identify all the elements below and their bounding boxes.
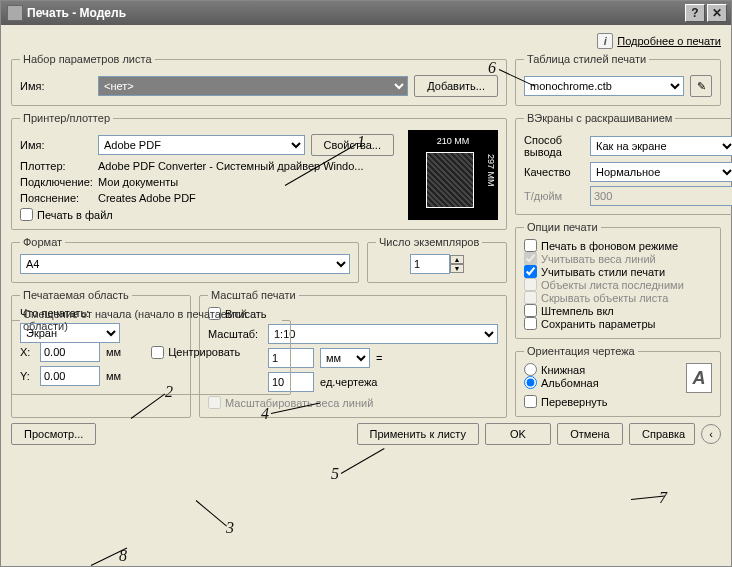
page-set-legend: Набор параметров листа: [20, 53, 155, 65]
help-footer-button[interactable]: Справка: [629, 423, 695, 445]
offset-y-label: Y:: [20, 370, 34, 382]
quality-select[interactable]: Нормальное: [590, 162, 732, 182]
offset-x-unit: мм: [106, 346, 121, 358]
plot-styles-group: Таблица стилей печати monochrome.ctb ✎: [515, 53, 721, 106]
annotation-5: 5: [331, 465, 339, 483]
unit-select[interactable]: мм: [320, 348, 370, 368]
preview-button[interactable]: Просмотр...: [11, 423, 96, 445]
opt-save-label: Сохранить параметры: [541, 318, 655, 330]
copies-down[interactable]: ▼: [450, 264, 464, 273]
window-title: Печать - Модель: [27, 6, 126, 20]
offset-y-unit: мм: [106, 370, 121, 382]
print-to-file-label: Печать в файл: [37, 209, 113, 221]
print-dialog: Печать - Модель ? ✕ i Подробнее о печати…: [0, 0, 732, 567]
drawing-unit-label: ед.чертежа: [320, 376, 390, 388]
shade-mode-label: Способ вывода: [524, 134, 584, 158]
paper-group: Формат A4: [11, 236, 359, 283]
opt-hide-label: Скрывать объекты листа: [541, 292, 668, 304]
offset-group: Смещение от начала (начало в печатаемой …: [11, 308, 291, 395]
equals-label: =: [376, 352, 382, 364]
portrait-radio[interactable]: [524, 363, 537, 376]
center-checkbox[interactable]: [151, 346, 164, 359]
offset-x-label: X:: [20, 346, 34, 358]
shaded-viewport-group: ВЭкраны с раскрашиванием Способ вывода К…: [515, 112, 732, 215]
preview-height-label: 297 MM: [486, 154, 496, 187]
pencil-icon: ✎: [697, 80, 706, 93]
orientation-group: Ориентация чертежа Книжная Альбомная Пер…: [515, 345, 721, 417]
plot-styles-legend: Таблица стилей печати: [524, 53, 649, 65]
dpi-label: Т/дюйм: [524, 190, 584, 202]
printer-name-label: Имя:: [20, 139, 92, 151]
more-about-print-link[interactable]: Подробнее о печати: [617, 35, 721, 47]
close-button[interactable]: ✕: [707, 4, 727, 22]
ok-button[interactable]: OK: [485, 423, 551, 445]
offset-x-input[interactable]: [40, 342, 100, 362]
annotation-3: 3: [226, 519, 234, 537]
titlebar: Печать - Модель ? ✕: [1, 1, 731, 25]
paper-legend: Формат: [20, 236, 65, 248]
offset-legend: Смещение от начала (начало в печатаемой …: [20, 308, 282, 332]
help-button[interactable]: ?: [685, 4, 705, 22]
opt-last-label: Объекты листа последними: [541, 279, 684, 291]
opt-styles-label: Учитывать стили печати: [541, 266, 665, 278]
page-set-group: Набор параметров листа Имя: <нет> Добави…: [11, 53, 507, 106]
opt-stamp-label: Штемпель вкл: [541, 305, 614, 317]
chevron-left-icon: ‹: [709, 428, 713, 440]
plotter-value: Adobe PDF Converter - Системный драйвер …: [98, 160, 364, 172]
orientation-legend: Ориентация чертежа: [524, 345, 638, 357]
dpi-input: [590, 186, 732, 206]
page-set-name-label: Имя:: [20, 80, 92, 92]
cancel-button[interactable]: Отмена: [557, 423, 623, 445]
plotter-label: Плоттер:: [20, 160, 92, 172]
opt-bg-label: Печать в фоновом режиме: [541, 240, 678, 252]
plot-options-group: Опции печати Печать в фоновом режиме Учи…: [515, 221, 721, 339]
plot-style-select[interactable]: monochrome.ctb: [524, 76, 684, 96]
quality-label: Качество: [524, 166, 584, 178]
paper-preview: 210 MM 297 MM: [408, 130, 498, 220]
collapse-button[interactable]: ‹: [701, 424, 721, 444]
scale-lineweights-checkbox: [208, 396, 221, 409]
scale-legend: Масштаб печати: [208, 289, 299, 301]
shaded-legend: ВЭкраны с раскрашиванием: [524, 112, 675, 124]
copies-up[interactable]: ▲: [450, 255, 464, 264]
printer-name-select[interactable]: Adobe PDF: [98, 135, 305, 155]
info-icon[interactable]: i: [597, 33, 613, 49]
edit-style-button[interactable]: ✎: [690, 75, 712, 97]
opt-styles-checkbox[interactable]: [524, 265, 537, 278]
preview-width-label: 210 MM: [408, 136, 498, 146]
scale-lineweights-label: Масштабировать веса линий: [225, 397, 373, 409]
paper-size-select[interactable]: A4: [20, 254, 350, 274]
orientation-icon: A: [686, 363, 712, 393]
opt-lw-checkbox: [524, 252, 537, 265]
printer-legend: Принтер/плоттер: [20, 112, 113, 124]
opt-save-checkbox[interactable]: [524, 317, 537, 330]
description-label: Пояснение:: [20, 192, 92, 204]
add-button[interactable]: Добавить...: [414, 75, 498, 97]
annotation-8: 8: [119, 547, 127, 565]
copies-input[interactable]: [410, 254, 450, 274]
center-label: Центрировать: [168, 346, 240, 358]
connection-label: Подключение:: [20, 176, 92, 188]
copies-legend: Число экземпляров: [376, 236, 482, 248]
scale-select[interactable]: 1:10: [268, 324, 498, 344]
page-set-name-select[interactable]: <нет>: [98, 76, 408, 96]
shade-mode-select[interactable]: Как на экране: [590, 136, 732, 156]
apply-to-layout-button[interactable]: Применить к листу: [357, 423, 480, 445]
landscape-radio[interactable]: [524, 376, 537, 389]
properties-button[interactable]: Свойства...: [311, 134, 394, 156]
annotation-7: 7: [659, 489, 667, 507]
print-to-file-checkbox[interactable]: [20, 208, 33, 221]
description-value: Creates Adobe PDF: [98, 192, 196, 204]
offset-y-input[interactable]: [40, 366, 100, 386]
opt-hide-checkbox: [524, 291, 537, 304]
copies-group: Число экземпляров ▲ ▼: [367, 236, 507, 283]
opt-bg-checkbox[interactable]: [524, 239, 537, 252]
opt-stamp-checkbox[interactable]: [524, 304, 537, 317]
options-legend: Опции печати: [524, 221, 601, 233]
connection-value: Мои документы: [98, 176, 178, 188]
upside-down-label: Перевернуть: [541, 396, 608, 408]
plot-area-legend: Печатаемая область: [20, 289, 132, 301]
opt-last-checkbox: [524, 278, 537, 291]
portrait-label: Книжная: [541, 364, 585, 376]
upside-down-checkbox[interactable]: [524, 395, 537, 408]
